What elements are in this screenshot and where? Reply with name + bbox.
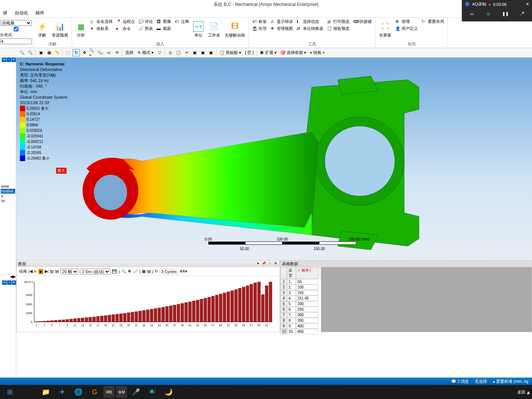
workbench-icon[interactable]: WB	[103, 386, 115, 398]
tree-item[interactable]: s	[1, 194, 15, 198]
show-errors-button[interactable]: ⚠显示错误	[269, 18, 294, 25]
wizard-button[interactable]: 🧙向导	[251, 25, 268, 32]
pin-icon[interactable]: ▾	[2, 58, 6, 62]
anim-last-icon[interactable]: ▶|	[45, 269, 49, 274]
chrome-icon[interactable]: 🌐	[71, 386, 86, 398]
recorder-record-icon[interactable]: ◎	[485, 10, 492, 17]
table-col-freq[interactable]: ✓ 频率 [	[296, 267, 318, 279]
zoom-fit-icon[interactable]: 🔍	[18, 49, 26, 57]
select-by-label[interactable]: 🎯 选择依据 ▾	[279, 50, 308, 55]
close-icon[interactable]: ✕	[273, 261, 278, 266]
reset-layout-button[interactable]: ↻重置布局	[420, 18, 445, 25]
recorder-window-icon[interactable]: ▭	[468, 10, 475, 17]
mechanical-icon[interactable]: ⚙M	[116, 386, 127, 398]
zoom-box-icon[interactable]: ▭	[105, 49, 112, 57]
report-preview-button[interactable]: 📋报告预览	[326, 25, 351, 32]
table-row[interactable]: 44.151.45	[280, 296, 321, 301]
named-selection-button[interactable]: ◇命名选择	[89, 18, 114, 25]
analysis-button[interactable]: ▦分析	[74, 18, 88, 41]
cut-icon[interactable]: ✂	[183, 49, 190, 57]
recorder-close-icon[interactable]: ✕	[526, 2, 529, 7]
table-row[interactable]: 22.100.	[280, 284, 321, 290]
pan-icon[interactable]: ✥	[128, 269, 131, 274]
recorder-mic-icon[interactable]: 🎤	[518, 10, 526, 17]
screen-recorder-overlay[interactable]: 🔵 AQ录制 ● 0:03:06 ✕ ▭ ◎ ❚❚ 🎤	[462, 0, 532, 21]
table-row[interactable]: 55.200.	[280, 301, 321, 307]
convert-label[interactable]: ● 转换 ▾	[308, 50, 327, 55]
recorder-pause-icon[interactable]: ❚❚	[502, 10, 509, 17]
select-icon[interactable]: ⬚	[64, 49, 72, 57]
table-row[interactable]: 1010.450.	[280, 329, 321, 334]
anim-mode1-icon[interactable]: ▥	[50, 269, 54, 274]
pick3-icon[interactable]: ▣	[207, 49, 215, 57]
grid2-icon[interactable]: ▤	[147, 269, 151, 274]
anim-play-icon[interactable]: ▶	[34, 269, 37, 274]
tag-button[interactable]: 🏷标签	[251, 18, 268, 25]
outline-tree-panel[interactable]: ▾▫✕ onse rmation s on ◀ ▶ ▾▫✕	[0, 58, 16, 376]
time-select[interactable]: 2 Sec (自动)	[80, 269, 110, 274]
reset-view-icon[interactable]: ⟲	[113, 49, 120, 57]
keyframe-button[interactable]: 🎞关键帧动画	[223, 18, 246, 41]
unit-status[interactable]: ▴ 度量标准 (mm, kg	[493, 379, 528, 384]
unit-button[interactable]: m ft单位	[192, 18, 205, 41]
print-preview-button[interactable]: 🖨打印预览	[326, 18, 351, 25]
tree-item[interactable]: on	[1, 198, 15, 203]
graph-panel[interactable]: 图形 ▾📌▫✕ 动画 |◀ ▶ ■ ▶| ▥ ▤ 20 帧 2 Sec (自动)…	[16, 260, 280, 332]
grid-icon[interactable]: ▦	[142, 269, 146, 274]
wireframe-icon[interactable]: ▦	[45, 49, 53, 57]
ruler-icon[interactable]: 📏	[54, 49, 61, 57]
unit-converter-button[interactable]: ⇄单位转换器	[296, 25, 324, 32]
worksheet-button[interactable]: 📄工作表	[207, 18, 222, 41]
paste-icon[interactable]: 📋	[175, 49, 182, 57]
pick2-icon[interactable]: ▣	[199, 49, 207, 57]
fullscreen-button[interactable]: ⛶全屏幕	[378, 18, 393, 41]
expand-label[interactable]: ▣ 扩展 ▾	[258, 50, 278, 55]
command-button[interactable]: ▸命令	[115, 25, 136, 32]
table-col-settings[interactable]: 设置	[287, 267, 296, 279]
table-row[interactable]: 33.150.	[280, 290, 321, 296]
annotation-button[interactable]: 🏷注释	[174, 18, 190, 25]
frames-select[interactable]: 20 帧	[60, 269, 78, 274]
tree-item[interactable]: onse	[1, 184, 15, 189]
table-row[interactable]: 11.50.	[280, 279, 321, 284]
section-button[interactable]: ▬截面	[156, 25, 172, 32]
anim-mode2-icon[interactable]: ▤	[55, 269, 59, 274]
menu-item[interactable]: 择	[3, 10, 7, 16]
cycles-icon[interactable]: ↻	[155, 269, 158, 274]
tabular-data-panel[interactable]: 表格数据 设置 ✓ 频率 [ 11.50.22.100.33.150.44.15…	[280, 260, 532, 332]
table-row[interactable]: 88.350.	[280, 318, 321, 323]
export-icon[interactable]: 💾	[112, 269, 117, 274]
solve-button[interactable]: ⚡求解	[35, 18, 49, 41]
close-panel-icon[interactable]: ✕	[11, 58, 16, 62]
bar-chart[interactable]: 0.1000.2000.3000.4472.113579111315171921…	[17, 276, 280, 331]
remote-point-button[interactable]: 📍远程点	[115, 18, 136, 25]
dropdown-icon[interactable]: ▾	[255, 261, 260, 266]
chart-button[interactable]: 📈图表	[137, 25, 154, 32]
manage-views-button[interactable]: 👁管理视图	[269, 25, 294, 32]
zoom-out-icon[interactable]: 🔍-	[97, 49, 104, 57]
cores-input[interactable]	[0, 38, 32, 44]
menu-item[interactable]: 插件	[35, 10, 44, 16]
zoom-icon[interactable]: 🔍	[121, 269, 126, 274]
manage-layout-button[interactable]: ⚙管理	[394, 18, 419, 25]
app-icon[interactable]: ✈	[55, 386, 69, 398]
zoom-icon[interactable]: 🔍	[27, 49, 34, 57]
computer-combo[interactable]: 的电脑	[0, 20, 32, 26]
tray-up-icon[interactable]: ▴	[527, 389, 530, 396]
copy-icon[interactable]: ⎘	[167, 49, 174, 57]
anim-stop-icon[interactable]: ■	[38, 269, 43, 274]
rotate-icon[interactable]: ↻	[72, 49, 80, 57]
app2-icon[interactable]: G	[87, 386, 102, 398]
font-icon[interactable]: AA▾	[180, 269, 187, 274]
table-row[interactable]: 77.300.	[280, 312, 321, 318]
chart-opt-icon[interactable]: 📈	[133, 269, 138, 274]
tree-item-selected[interactable]: rmation	[1, 189, 15, 194]
table-row[interactable]: 66.250.	[280, 307, 321, 312]
shortcut-button[interactable]: ⌨快捷键	[352, 18, 373, 25]
desktop-label[interactable]: 桌面	[517, 389, 525, 395]
maximize-icon[interactable]: ▫	[267, 261, 272, 266]
pan-icon[interactable]: ✥	[81, 49, 88, 57]
messages-indicator[interactable]: 💬 2 消息	[451, 379, 469, 384]
resource-predict-button[interactable]: 📊资源预测	[50, 18, 69, 41]
cycles-input[interactable]: 3 Cycles	[160, 269, 178, 274]
